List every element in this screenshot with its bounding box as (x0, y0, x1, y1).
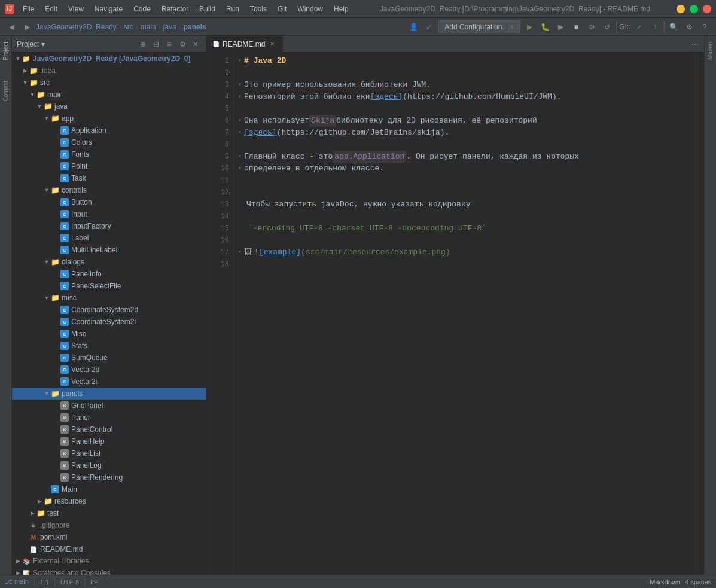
tree-item-pomxml[interactable]: ▶ M pom.xml (12, 531, 206, 543)
tree-item-readme[interactable]: ▶ 📄 README.md (12, 543, 206, 555)
tree-item-misc-class[interactable]: ▶ C Misc (12, 328, 206, 340)
tree-item-idea[interactable]: ▶ 📁 .idea (12, 65, 206, 77)
fold-marker-4[interactable]: ▾ (238, 91, 242, 103)
collapse-all-icon[interactable]: ⊟ (151, 39, 162, 50)
menu-git[interactable]: Git (273, 4, 291, 14)
tree-item-mainclass[interactable]: ▶ C Main (12, 483, 206, 495)
build-button[interactable]: ⚙ (585, 20, 598, 33)
tree-item-dialogs[interactable]: ▼ 📁 dialogs (12, 256, 206, 268)
tree-item-panelhelp[interactable]: ▶ K PanelHelp (12, 435, 206, 447)
menu-run[interactable]: Run (221, 4, 244, 14)
tree-item-panellist[interactable]: ▶ K PanelList (12, 447, 206, 459)
tree-item-extlibs[interactable]: ▶ 📚 External Libraries (12, 555, 206, 567)
status-filetype[interactable]: Markdown (650, 578, 680, 586)
tree-item-panelcontrol[interactable]: ▶ K PanelControl (12, 424, 206, 435)
minimize-button[interactable] (677, 5, 685, 13)
close-panel-icon[interactable]: ✕ (190, 39, 201, 50)
tree-item-sumqueue[interactable]: ▶ C SumQueue (12, 352, 206, 364)
breadcrumb-root[interactable]: JavaGeometry2D_Ready (36, 23, 117, 31)
tree-item-panelinfo[interactable]: ▶ C PanelInfo (12, 268, 206, 280)
tree-item-input[interactable]: ▶ C Input (12, 208, 206, 220)
forward-button[interactable]: ▶ (20, 20, 33, 33)
tree-item-panelselectfile[interactable]: ▶ C PanelSelectFile (12, 280, 206, 292)
fold-marker-10[interactable]: ▾ (238, 163, 242, 175)
settings-icon[interactable]: ⚙ (683, 20, 696, 33)
back-button[interactable]: ◀ (5, 20, 18, 33)
tree-item-test[interactable]: ▶ 📁 test (12, 507, 206, 519)
tab-readme[interactable]: 📄 README.md ✕ (206, 36, 283, 53)
menu-tools[interactable]: Tools (245, 4, 272, 14)
tree-item-vector2d[interactable]: ▶ C Vector2d (12, 364, 206, 376)
tree-item-resources[interactable]: ▶ 📁 resources (12, 495, 206, 507)
tree-item-multilinelabel[interactable]: ▶ C MultiLineLabel (12, 244, 206, 256)
status-indent[interactable]: 4 spaces (685, 578, 711, 586)
tree-item-main[interactable]: ▼ 📁 main (12, 89, 206, 100)
tree-item-app[interactable]: ▼ 📁 app (12, 112, 206, 124)
fold-marker-6[interactable]: ▾ (238, 115, 242, 127)
code-image-bracket[interactable]: [example] (259, 246, 301, 258)
breadcrumb-panels[interactable]: panels (184, 23, 206, 31)
tree-item-application[interactable]: ▶ C Application (12, 124, 206, 136)
fold-marker-3[interactable]: ▾ (238, 79, 242, 91)
breadcrumb-main[interactable]: main (141, 23, 156, 31)
code-area[interactable]: ▾ # Java 2D ▾ Это пример использования б… (233, 53, 697, 575)
project-tab-vertical[interactable]: Project (1, 38, 10, 64)
menu-code[interactable]: Code (129, 4, 156, 14)
tree-item-coordsys2d[interactable]: ▶ C CoordinateSystem2d (12, 304, 206, 316)
tree-item-panels[interactable]: ▼ 📁 panels (12, 388, 206, 400)
tree-item-inputfactory[interactable]: ▶ C InputFactory (12, 220, 206, 232)
maximize-button[interactable] (690, 5, 698, 13)
fold-marker-9[interactable]: ▾ (238, 151, 242, 163)
tree-item-button[interactable]: ▶ C Button (12, 196, 206, 208)
fold-marker-1[interactable]: ▾ (238, 55, 242, 67)
menu-build[interactable]: Build (194, 4, 220, 14)
help-icon[interactable]: ? (698, 20, 711, 33)
tree-item-panelrendering[interactable]: ▶ K PanelRendering (12, 471, 206, 483)
tree-item-controls[interactable]: ▼ 📁 controls (12, 184, 206, 196)
run-with-coverage-button[interactable]: ▶ (554, 20, 567, 33)
tree-item-vector2i[interactable]: ▶ C Vector2i (12, 376, 206, 388)
tree-item-task[interactable]: ▶ C Task (12, 172, 206, 184)
menu-window[interactable]: Window (293, 4, 328, 14)
vcs-update-icon[interactable]: ↙ (422, 20, 435, 33)
git-commit-icon[interactable]: ✓ (633, 20, 646, 33)
add-content-icon[interactable]: ⊕ (138, 39, 148, 50)
tree-item-coordsys2i[interactable]: ▶ C CoordinateSystem2i (12, 316, 206, 328)
tree-item-root[interactable]: ▼ 📁 JavaGeometry2D_Ready [JavaGeometry2D… (12, 53, 206, 65)
settings-panel-icon[interactable]: ⚙ (177, 39, 188, 50)
menu-refactor[interactable]: Refactor (157, 4, 193, 14)
sync-button[interactable]: ↺ (601, 20, 614, 33)
tree-item-scratches[interactable]: ▶ 📝 Scratches and Consoles (12, 567, 206, 575)
close-button[interactable] (703, 5, 711, 13)
menu-help[interactable]: Help (329, 4, 354, 14)
code-link-4[interactable]: [здесь] (370, 91, 403, 103)
maven-tab[interactable]: Maven (706, 38, 715, 63)
tree-item-src[interactable]: ▼ 📁 src (12, 77, 206, 89)
breadcrumb-java[interactable]: java (163, 23, 176, 31)
tab-close-button[interactable]: ✕ (268, 40, 276, 48)
code-link-7[interactable]: [здесь] (244, 127, 277, 139)
add-configuration-button[interactable]: Add Configuration... ▾ (438, 20, 520, 33)
profile-icon[interactable]: 👤 (407, 20, 420, 33)
tree-item-point[interactable]: ▶ C Point (12, 160, 206, 172)
tree-item-gridpanel[interactable]: ▶ K GridPanel (12, 400, 206, 412)
search-everywhere-icon[interactable]: 🔍 (667, 20, 680, 33)
tree-item-misc[interactable]: ▼ 📁 misc (12, 292, 206, 304)
run-button[interactable]: ▶ (523, 20, 536, 33)
tree-item-panellog[interactable]: ▶ K PanelLog (12, 459, 206, 471)
tree-item-label[interactable]: ▶ C Label (12, 232, 206, 244)
fold-marker-17[interactable]: ▾ (238, 246, 242, 258)
tree-item-gitignore[interactable]: ▶ ≡ .gitignore (12, 519, 206, 531)
tree-item-java[interactable]: ▼ 📁 java (12, 100, 206, 112)
tree-item-colors[interactable]: ▶ C Colors (12, 136, 206, 148)
tab-settings-icon[interactable]: ⋯ (688, 38, 702, 51)
stop-button[interactable]: ■ (569, 20, 583, 33)
menu-navigate[interactable]: Navigate (90, 4, 127, 14)
debug-button[interactable]: 🐛 (538, 20, 552, 33)
fold-marker-7[interactable]: ▾ (238, 127, 242, 139)
menu-view[interactable]: View (63, 4, 89, 14)
git-push-icon[interactable]: ↑ (648, 20, 662, 33)
show-options-icon[interactable]: ≡ (164, 39, 175, 50)
breadcrumb-src[interactable]: src (124, 23, 133, 31)
tree-item-stats[interactable]: ▶ C Stats (12, 340, 206, 352)
